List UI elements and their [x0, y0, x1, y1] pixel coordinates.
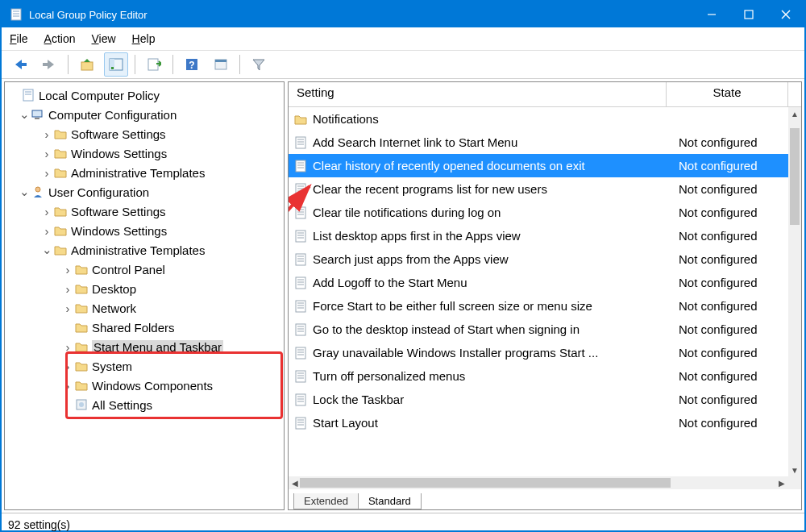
scroll-thumb[interactable]	[300, 478, 671, 488]
tab-standard[interactable]: Standard	[358, 493, 422, 509]
collapse-icon[interactable]: ›	[40, 166, 53, 180]
folder-icon	[74, 320, 89, 335]
help-button[interactable]: ?	[180, 52, 204, 77]
back-button[interactable]	[8, 52, 32, 77]
scroll-right-arrow[interactable]: ▶	[775, 476, 788, 489]
collapse-icon[interactable]: ›	[61, 360, 74, 373]
expand-icon[interactable]: ⌄	[40, 243, 53, 257]
menu-view[interactable]: View	[92, 32, 116, 45]
setting-state: Not configured	[679, 276, 788, 289]
collapse-icon[interactable]: ›	[61, 263, 74, 276]
setting-name: Lock the Taskbar	[313, 393, 679, 406]
setting-state: Not configured	[679, 322, 788, 336]
policy-icon	[293, 229, 308, 243]
collapse-icon[interactable]: ›	[40, 205, 53, 218]
tree-pane[interactable]: ▸Local Computer Policy ⌄Computer Configu…	[4, 81, 285, 510]
expand-icon[interactable]: ⌄	[18, 107, 31, 122]
tree-item[interactable]: Windows Components	[92, 379, 213, 393]
window-buttons	[693, 2, 804, 27]
setting-name: Clear the recent programs list for new u…	[313, 182, 679, 196]
column-state[interactable]: State	[667, 82, 787, 106]
setting-state: Not configured	[679, 182, 788, 196]
tree-item[interactable]: Software Settings	[71, 127, 166, 141]
setting-row[interactable]: Start LayoutNot configured	[289, 411, 788, 434]
setting-row[interactable]: Lock the TaskbarNot configured	[289, 388, 788, 411]
tree-start-menu-taskbar[interactable]: Start Menu and Taskbar	[92, 340, 223, 354]
tree-item[interactable]: Administrative Templates	[71, 166, 205, 180]
setting-state: Not configured	[679, 346, 788, 360]
tree-user-config[interactable]: User Configuration	[48, 185, 149, 199]
tree-admin-templates[interactable]: Administrative Templates	[71, 243, 205, 257]
folder-icon	[53, 243, 68, 257]
collapse-icon[interactable]: ›	[61, 282, 74, 296]
folder-icon	[74, 262, 89, 276]
forward-button[interactable]	[37, 52, 61, 77]
setting-name: Go to the desktop instead of Start when …	[313, 322, 679, 336]
toolbar-separator	[135, 55, 135, 74]
list-rows[interactable]: NotificationsAdd Search Internet link to…	[289, 107, 788, 476]
tree-item[interactable]: Windows Settings	[71, 147, 167, 160]
collapse-icon[interactable]: ›	[61, 379, 74, 393]
setting-state: Not configured	[679, 159, 788, 172]
setting-row[interactable]: Add Logoff to the Start MenuNot configur…	[289, 271, 788, 294]
up-button[interactable]	[75, 52, 99, 77]
setting-row[interactable]: Force Start to be either full screen siz…	[289, 294, 788, 318]
list-header: Setting State	[289, 82, 801, 107]
content-pane: Setting State NotificationsAdd Search In…	[288, 81, 802, 510]
expand-icon[interactable]: ⌄	[18, 185, 31, 199]
collapse-icon[interactable]: ›	[40, 127, 53, 141]
collapse-icon[interactable]: ›	[61, 340, 74, 354]
setting-row[interactable]: List desktop apps first in the Apps view…	[289, 224, 788, 247]
show-tree-button[interactable]	[104, 52, 128, 77]
setting-row[interactable]: Clear history of recently opened documen…	[289, 154, 788, 177]
tree-item[interactable]: Desktop	[92, 282, 136, 296]
menu-help[interactable]: Help	[132, 32, 156, 45]
menu-file[interactable]: File	[10, 32, 28, 45]
svg-rect-13	[111, 67, 114, 69]
setting-row[interactable]: Search just apps from the Apps viewNot c…	[289, 247, 788, 271]
maximize-button[interactable]	[730, 2, 767, 27]
tree-item[interactable]: System	[92, 360, 132, 373]
setting-row[interactable]: Gray unavailable Windows Installer progr…	[289, 341, 788, 364]
setting-row[interactable]: Go to the desktop instead of Start when …	[289, 318, 788, 341]
properties-button[interactable]	[209, 52, 233, 77]
setting-row[interactable]: Notifications	[289, 107, 788, 131]
policy-icon	[293, 276, 308, 290]
horizontal-scrollbar[interactable]: ◀ ▶	[289, 476, 788, 489]
setting-row[interactable]: Clear tile notifications during log onNo…	[289, 201, 788, 224]
setting-name: Add Logoff to the Start Menu	[313, 276, 679, 289]
tree-computer-config[interactable]: Computer Configuration	[48, 108, 177, 122]
setting-row[interactable]: Add Search Internet link to Start MenuNo…	[289, 131, 788, 154]
tree-item[interactable]: Software Settings	[71, 205, 166, 218]
scroll-down-arrow[interactable]: ▼	[788, 463, 801, 476]
close-button[interactable]	[767, 2, 804, 27]
collapse-icon[interactable]: ›	[40, 147, 53, 160]
setting-state: Not configured	[679, 229, 788, 243]
filter-button[interactable]	[247, 52, 271, 77]
tab-extended[interactable]: Extended	[293, 493, 359, 509]
menu-action[interactable]: Action	[44, 32, 76, 45]
tree-item[interactable]: Windows Settings	[71, 224, 167, 238]
tabs: Extended Standard	[289, 489, 801, 509]
setting-row[interactable]: Turn off personalized menusNot configure…	[289, 364, 788, 388]
policy-icon	[293, 299, 308, 314]
tree-item[interactable]: Shared Folders	[92, 321, 175, 335]
tree-item[interactable]: Control Panel	[92, 263, 165, 276]
setting-state: Not configured	[679, 299, 788, 313]
toolbar-separator	[239, 55, 240, 74]
tree-item[interactable]: Network	[92, 301, 136, 315]
scroll-up-arrow[interactable]: ▲	[788, 107, 801, 120]
list-body: NotificationsAdd Search Internet link to…	[289, 107, 801, 489]
setting-row[interactable]: Clear the recent programs list for new u…	[289, 177, 788, 201]
folder-icon	[53, 223, 68, 238]
tree-root[interactable]: Local Computer Policy	[39, 89, 160, 102]
export-button[interactable]	[142, 52, 166, 77]
vertical-scrollbar[interactable]: ▲ ▼	[788, 107, 801, 476]
svg-point-26	[79, 402, 84, 407]
column-setting[interactable]: Setting	[289, 82, 667, 106]
tree-item[interactable]: All Settings	[92, 398, 152, 412]
collapse-icon[interactable]: ›	[40, 224, 53, 238]
minimize-button[interactable]	[693, 2, 730, 27]
scroll-thumb[interactable]	[790, 128, 800, 225]
collapse-icon[interactable]: ›	[61, 301, 74, 315]
